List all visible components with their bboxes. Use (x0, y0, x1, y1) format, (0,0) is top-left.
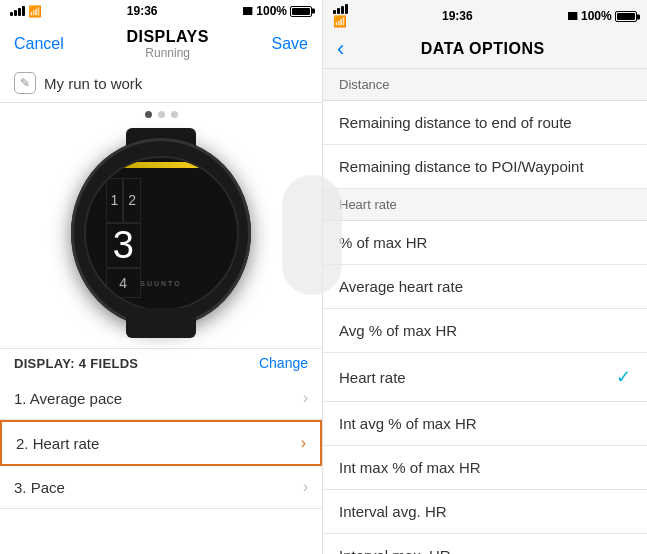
watch-container: 1 2 3 4 SUUNTO (0, 122, 322, 348)
page-title-right: DATA OPTIONS (352, 40, 633, 58)
battery-pct-right: 100% (581, 9, 612, 23)
watch-svg: 1 2 3 4 SUUNTO (61, 128, 261, 338)
wifi-icon-right: 📶 (333, 15, 347, 27)
edit-row[interactable]: ✎ My run to work (0, 64, 322, 103)
option-int-avg-pct-max-hr[interactable]: Int avg % of max HR (323, 402, 647, 446)
watch-face: 1 2 3 4 SUUNTO (84, 156, 239, 311)
change-button[interactable]: Change (259, 355, 308, 371)
option-avg-heart-rate[interactable]: Average heart rate (323, 265, 647, 309)
checkmark-icon: ✓ (616, 366, 631, 388)
dot-3 (171, 111, 178, 118)
save-button[interactable]: Save (272, 35, 308, 53)
chevron-icon-2: › (301, 434, 306, 452)
option-label-avg-pct-max-hr: Avg % of max HR (339, 322, 457, 339)
option-int-max-pct-max-hr[interactable]: Int max % of max HR (323, 446, 647, 490)
signal-icon-right (333, 4, 348, 14)
field-item-3[interactable]: 3. Pace › (0, 466, 322, 509)
dot-2 (158, 111, 165, 118)
back-button[interactable]: ‹ (337, 38, 344, 60)
display-label: DISPLAY: 4 FIELDS (14, 356, 138, 371)
chevron-icon-1: › (303, 389, 308, 407)
battery-icon-right (615, 11, 637, 22)
page-title-left: DISPLAYS (126, 28, 209, 46)
option-label-int-max-pct-max-hr: Int max % of max HR (339, 459, 481, 476)
option-label-heart-rate: Heart rate (339, 369, 406, 386)
display-info: DISPLAY: 4 FIELDS Change (0, 348, 322, 377)
brand-label: SUUNTO (140, 280, 181, 287)
run-title: My run to work (44, 75, 142, 92)
watch-cell-4: 4 (106, 268, 142, 298)
option-label-avg-heart-rate: Average heart rate (339, 278, 463, 295)
option-heart-rate-header: Heart rate (323, 189, 647, 221)
bluetooth-icon-right: ⯀ (567, 10, 578, 22)
option-remaining-poi[interactable]: Remaining distance to POI/Waypoint (323, 145, 647, 189)
dot-1 (145, 111, 152, 118)
option-label-remaining-route: Remaining distance to end of route (339, 114, 572, 131)
status-bar-right: 📶 19:36 ⯀ 100% (323, 0, 647, 32)
option-label-int-avg-pct-max-hr: Int avg % of max HR (339, 415, 477, 432)
page-subtitle-left: Running (126, 46, 209, 60)
watch-cell-2: 2 (123, 178, 141, 223)
field-label-1: 1. Average pace (14, 390, 122, 407)
carousel-dots (0, 103, 322, 122)
time-right: 19:36 (442, 9, 473, 23)
option-label-interval-avg-hr: Interval avg. HR (339, 503, 447, 520)
right-panel: 📶 19:36 ⯀ 100% ‹ DATA OPTIONS Distance R… (323, 0, 647, 554)
status-left: 📶 (10, 5, 42, 18)
option-distance-header: Distance (323, 69, 647, 101)
option-label-remaining-poi: Remaining distance to POI/Waypoint (339, 158, 584, 175)
option-pct-max-hr[interactable]: % of max HR (323, 221, 647, 265)
chevron-icon-3: › (303, 478, 308, 496)
left-panel: 📶 19:36 ⯀ 100% Cancel DISPLAYS Running S… (0, 0, 323, 554)
battery-pct-left: 100% (256, 4, 287, 18)
field-item-2[interactable]: 2. Heart rate › (0, 420, 322, 466)
status-right-right: ⯀ 100% (567, 9, 637, 23)
field-item-1[interactable]: 1. Average pace › (0, 377, 322, 420)
watch-grid: 1 2 3 4 (86, 158, 162, 311)
bluetooth-icon: ⯀ (242, 5, 253, 17)
title-block: DISPLAYS Running (126, 28, 209, 60)
status-right-left: 📶 (333, 4, 348, 28)
option-heart-rate[interactable]: Heart rate ✓ (323, 353, 647, 402)
options-list: Distance Remaining distance to end of ro… (323, 69, 647, 554)
cancel-button[interactable]: Cancel (14, 35, 64, 53)
nav-bar-right: ‹ DATA OPTIONS (323, 32, 647, 69)
wifi-icon: 📶 (28, 5, 42, 18)
watch-cell-3: 3 (106, 223, 142, 268)
option-label-hr-header: Heart rate (339, 197, 397, 212)
option-label-pct-max-hr: % of max HR (339, 234, 427, 251)
watch-body: 1 2 3 4 SUUNTO (71, 138, 251, 328)
option-remaining-route[interactable]: Remaining distance to end of route (323, 101, 647, 145)
option-interval-max-hr[interactable]: Interval max. HR (323, 534, 647, 554)
option-interval-avg-hr[interactable]: Interval avg. HR (323, 490, 647, 534)
field-label-3: 3. Pace (14, 479, 65, 496)
watch-cell-1: 1 (106, 178, 124, 223)
option-label-interval-max-hr: Interval max. HR (339, 547, 451, 554)
edit-icon: ✎ (14, 72, 36, 94)
field-label-2: 2. Heart rate (16, 435, 99, 452)
battery-icon-left (290, 6, 312, 17)
option-label-distance: Distance (339, 77, 390, 92)
status-bar-left: 📶 19:36 ⯀ 100% (0, 0, 322, 22)
strap-bottom (126, 308, 196, 338)
option-avg-pct-max-hr[interactable]: Avg % of max HR (323, 309, 647, 353)
signal-icon (10, 6, 25, 16)
nav-bar-left: Cancel DISPLAYS Running Save (0, 22, 322, 64)
watch-next-hint (282, 175, 342, 295)
field-list: 1. Average pace › 2. Heart rate › 3. Pac… (0, 377, 322, 554)
status-right: ⯀ 100% (242, 4, 312, 18)
time-left: 19:36 (127, 4, 158, 18)
